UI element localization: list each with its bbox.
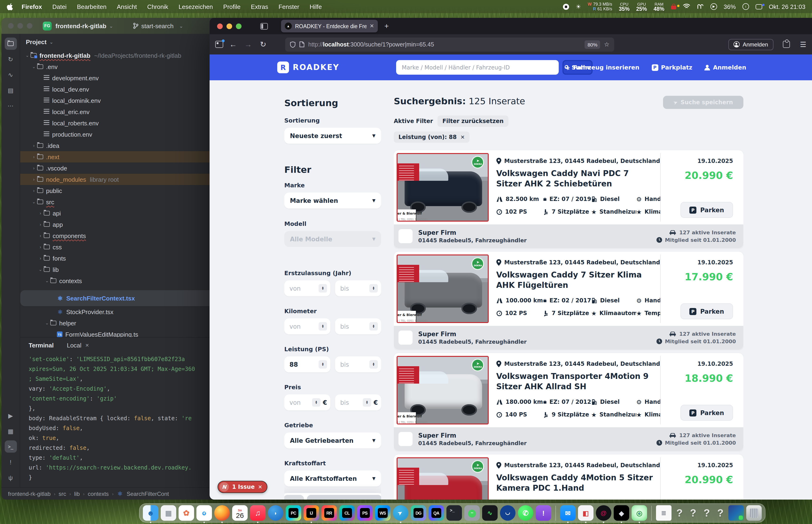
dock-terminal-app[interactable]: >_	[446, 505, 462, 521]
filter-chip-leistung[interactable]: Leistung (von): 88✕	[394, 131, 469, 143]
firefox-view-icon[interactable]	[215, 41, 223, 48]
dock-thunderbird[interactable]: ◗	[268, 505, 283, 521]
airpods-icon[interactable]	[697, 3, 704, 10]
dock-debian[interactable]: @	[596, 505, 611, 521]
dock-aqua[interactable]: QA	[429, 505, 444, 521]
structure-tool-icon[interactable]: ▤	[4, 84, 17, 96]
site-search-input[interactable]: Marke / Modell / Händler / Fahrzeug-ID	[396, 60, 559, 75]
dock-clion[interactable]: CL	[339, 505, 355, 521]
listing-title[interactable]: Volkswagen Caddy 4Motion 5 Sitzer Kamera…	[496, 473, 660, 493]
parken-button[interactable]: PParken	[681, 202, 733, 218]
new-tab-button[interactable]: +	[384, 22, 389, 30]
services-tool-icon[interactable]: ▦	[4, 425, 17, 437]
pulse-tool-icon[interactable]: ∿	[4, 68, 17, 81]
dock-launchpad[interactable]: ▦	[161, 505, 176, 521]
car-photo[interactable]: ➤DEKRA Baier & BierwolfDRESDEN | TEL: 03…	[397, 457, 489, 500]
leistung-bis-input[interactable]: bis▲▼	[335, 356, 381, 372]
suchen-button[interactable]: Suchen	[307, 495, 381, 500]
dock-missing-app-2[interactable]: ?	[687, 507, 699, 519]
cpu-stat[interactable]: CPU35%	[619, 2, 630, 11]
bookmark-star-icon[interactable]: ☆	[604, 41, 609, 48]
sort-select[interactable]: Neueste zuerst▼	[284, 128, 381, 144]
ide-window-controls[interactable]	[8, 23, 32, 29]
problems-tool-icon[interactable]: !	[4, 456, 17, 468]
dock-purple-messenger[interactable]: !	[536, 505, 551, 521]
project-tool-icon[interactable]	[4, 37, 17, 50]
preis-bis-input[interactable]: bis▲▼€	[335, 394, 381, 410]
ide-branch-widget[interactable]: start-search⌄	[133, 22, 186, 29]
apple-menu-icon[interactable]	[6, 3, 14, 10]
close-icon[interactable]: ✕	[85, 343, 89, 348]
dealer-name[interactable]: Super Firm	[418, 432, 527, 439]
screen-record-icon[interactable]	[563, 3, 569, 10]
browser-signin-button[interactable]: Anmelden	[728, 39, 773, 50]
breadcrumb[interactable]: contexts	[87, 490, 109, 497]
dock-missing-app-3[interactable]: ?	[701, 507, 712, 519]
browser-titlebar[interactable]: ▲ ROADKEY - Entdecke die Freihe ✕ +	[210, 18, 812, 34]
dock-firefox[interactable]	[214, 505, 230, 521]
reload-button[interactable]: ↻	[258, 40, 268, 49]
dealer-bar[interactable]: Super Firm 01445 Radebeul5, Fahrzeughänd…	[394, 326, 743, 349]
dock-finder[interactable]: ☻	[143, 505, 158, 521]
dock-mail[interactable]: ✉	[560, 505, 576, 521]
dock-trash[interactable]	[746, 505, 762, 521]
run-tool-icon[interactable]: ▶	[4, 409, 17, 422]
parken-button[interactable]: PParken	[681, 405, 733, 421]
reset-filters-button[interactable]: Filter zurücksetzen	[438, 115, 508, 127]
wifi-icon[interactable]	[683, 3, 690, 10]
car-photo[interactable]: ➤DEKRA Baier & BierwolfDRESDEN | TEL: 03…	[397, 255, 489, 323]
alert-clock-icon[interactable]: !	[743, 3, 749, 10]
menu-datei[interactable]: Datei	[52, 3, 67, 10]
more-tools-icon[interactable]: ⋯	[4, 100, 17, 112]
dealer-name[interactable]: Super Firm	[418, 229, 527, 236]
kilometer-bis-input[interactable]: bis▲▼	[335, 318, 381, 334]
kilometer-von-input[interactable]: von▲▼	[284, 318, 330, 334]
dock-phpstorm[interactable]: PS	[357, 505, 373, 521]
extensions-icon[interactable]	[783, 41, 790, 48]
browser-tab[interactable]: ▲ ROADKEY - Entdecke die Freihe ✕	[281, 20, 378, 32]
dock-mattermost[interactable]: ◡	[500, 505, 515, 521]
erstzulassung-bis-input[interactable]: bis▲▼	[335, 280, 381, 296]
browser-window-controls[interactable]	[217, 23, 241, 29]
menu-lesezeichen[interactable]: Lesezeichen	[178, 3, 213, 10]
menu-profile[interactable]: Profile	[223, 3, 241, 10]
terminal-tab-local[interactable]: Local✕	[67, 342, 89, 349]
commit-tool-icon[interactable]: ↻	[4, 53, 17, 65]
dock-whatsapp[interactable]: ✆	[518, 505, 534, 521]
preis-von-input[interactable]: von▲▼€	[284, 394, 330, 410]
breadcrumb[interactable]: frontend-rk-gitlab	[8, 490, 50, 497]
ide-project-name[interactable]: frontend-rk-gitlab	[55, 22, 107, 29]
dock-missing-app-1[interactable]: ?	[674, 507, 685, 519]
listing-title[interactable]: Volkswagen Caddy 7 Sitzer Klima AHK Flüg…	[496, 270, 660, 290]
roadkey-logo[interactable]: R ROADKEY	[277, 62, 339, 73]
sidebar-toggle-icon[interactable]	[260, 23, 268, 29]
nav-insert-vehicle[interactable]: +Fahrzeug inserieren	[564, 63, 639, 71]
menu-fenster[interactable]: Fenster	[278, 3, 299, 10]
tab-close-icon[interactable]: ✕	[370, 23, 374, 29]
car-photo[interactable]: ➤DEKRA Baier & BierwolfDRESDEN | TEL: 03…	[397, 356, 489, 424]
remove-filter-icon[interactable]: ✕	[461, 134, 465, 140]
url-bar[interactable]: http://localhost:3000/suche/1?power|min=…	[285, 37, 614, 51]
kraftstoff-select[interactable]: Alle Kraftstoffarten▼	[284, 471, 381, 487]
car-photo[interactable]: ➤DEKRA Baier & BierwolfDRESDEN | TEL: 03…	[397, 153, 489, 222]
dealer-name[interactable]: Super Firm	[418, 330, 527, 337]
vcs-tool-icon[interactable]: ψ	[4, 471, 17, 484]
dock-pycharm[interactable]: PC	[286, 505, 301, 521]
ram-stat[interactable]: RAM48%	[654, 2, 665, 11]
listing-title[interactable]: Volkswagen Caddy Navi PDC 7 Sitzer AHK 2…	[496, 168, 660, 189]
dock-music[interactable]: ♫	[250, 505, 266, 521]
vpn-lock-icon[interactable]	[671, 4, 676, 10]
back-button[interactable]: ←	[228, 40, 238, 49]
listing-card[interactable]: ➤DEKRA Baier & BierwolfDRESDEN | TEL: 03…	[394, 353, 743, 451]
erstzulassung-von-input[interactable]: von▲▼	[284, 280, 330, 296]
dock-docs-app[interactable]: ◧	[578, 505, 593, 521]
dock-rustrover[interactable]: RR	[321, 505, 337, 521]
dock-activity-monitor[interactable]: ∿	[482, 505, 498, 521]
menu-firefox[interactable]: Firefox	[21, 3, 42, 10]
battery-percent[interactable]: 36%	[724, 3, 736, 10]
dock-telegram[interactable]: ➤	[393, 505, 408, 521]
breadcrumb-file[interactable]: SearchFilterCont	[127, 490, 169, 497]
parken-button[interactable]: PParken	[681, 303, 733, 319]
gpu-stat[interactable]: GPU25%	[636, 2, 647, 11]
listing-card[interactable]: ➤DEKRA Baier & BierwolfDRESDEN | TEL: 03…	[394, 150, 743, 248]
